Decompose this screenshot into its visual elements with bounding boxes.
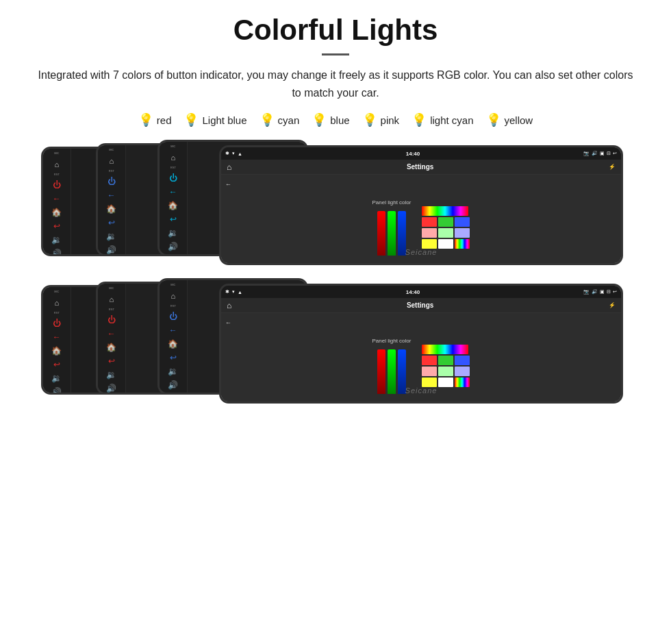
bot-home-icon-2[interactable]: ⌂ [110, 295, 114, 304]
bot-back-icon-3[interactable]: ← [169, 325, 177, 335]
bot-home-nav-icon[interactable]: ⌂ [227, 301, 231, 310]
color-label-yellow: yellow [505, 114, 533, 126]
bot-swatch-row-1 [422, 356, 470, 365]
bot-volup-icon-1[interactable]: 🔊 [51, 387, 62, 395]
bot-return-icon-1[interactable]: ↩ [53, 360, 60, 369]
bot-house-icon-1[interactable]: 🏠 [51, 346, 62, 356]
color-swatches [422, 206, 470, 249]
back-icon-2[interactable]: ← [107, 190, 116, 200]
window-icon: ⊟ [607, 151, 611, 156]
bot-rst-label-2: RST [109, 308, 114, 311]
home-nav-icon[interactable]: ⌂ [227, 162, 231, 172]
bot-back-icon-2[interactable]: ← [107, 329, 116, 338]
return-icon-3[interactable]: ↩ [170, 214, 177, 224]
status-bar-top: ✱ ▾ ▲ 14:40 📷 🔊 ▣ ⊟ ↩ [221, 147, 621, 160]
bot-home-icon-1[interactable]: ⌂ [55, 299, 60, 307]
bulb-lightcyan: 💡 [412, 112, 427, 127]
swatch-blue[interactable] [455, 217, 470, 227]
home-icon-1[interactable]: ⌂ [55, 160, 60, 169]
bot-swatch-red[interactable] [422, 356, 437, 365]
bot-swatch-green[interactable] [438, 356, 453, 365]
bot-signal-icon: ▲ [238, 290, 242, 295]
panel-label: Panel light color [372, 199, 412, 206]
power-icon-3[interactable]: ⏻ [169, 173, 177, 183]
return-icon-2[interactable]: ↩ [108, 218, 115, 227]
bulb-cyan: 💡 [259, 112, 275, 127]
bot-color-bars [377, 349, 406, 394]
bot-home-icon-3[interactable]: ⌂ [171, 292, 176, 300]
bot-return-icon-2[interactable]: ↩ [108, 356, 115, 366]
house-icon-2[interactable]: 🏠 [106, 204, 116, 214]
top-device-stack: MIC ⌂ RST ⏻ ← 🏠 ↩ 🔉 🔊 [41, 140, 630, 270]
bot-volup-icon-3[interactable]: 🔊 [168, 380, 178, 390]
back-icon-1[interactable]: ← [53, 194, 61, 203]
bot-swatch-lightblue[interactable] [455, 367, 470, 376]
bot-status-right: 📷 🔊 ▣ ⊟ ↩ [583, 289, 617, 295]
bot-power-icon-2[interactable]: ⏻ [107, 315, 116, 325]
top-device-4: ✱ ▾ ▲ 14:40 📷 🔊 ▣ ⊟ ↩ [219, 145, 623, 265]
swatch-green[interactable] [438, 217, 453, 227]
voldown-icon-3[interactable]: 🔉 [168, 228, 178, 238]
bottom-device-stack: MIC ⌂ RST ⏻ ← 🏠 ↩ 🔉 🔊 [41, 278, 630, 408]
return-icon-1[interactable]: ↩ [53, 221, 60, 231]
bottom-device-row: MIC ⌂ RST ⏻ ← 🏠 ↩ 🔉 🔊 [21, 278, 650, 408]
bot-swatch-rainbow[interactable] [422, 345, 468, 354]
settings-content: Panel light color [221, 191, 621, 263]
power-icon-2[interactable]: ⏻ [107, 177, 116, 186]
swatch-red[interactable] [422, 217, 437, 227]
swatch-lightgreen[interactable] [438, 228, 453, 238]
bot-swatch-white[interactable] [438, 377, 453, 387]
bot-house-icon-3[interactable]: 🏠 [168, 339, 178, 349]
status-right: 📷 🔊 ▣ ⊟ ↩ [583, 151, 617, 156]
volup-icon-3[interactable]: 🔊 [168, 242, 178, 251]
house-icon-1[interactable]: 🏠 [51, 208, 62, 217]
back-arrow-btn[interactable]: ← [225, 181, 231, 188]
swatch-yellow[interactable] [422, 239, 437, 249]
bot-status-left: ✱ ▾ ▲ [225, 289, 242, 295]
color-label-lightcyan: light cyan [430, 114, 473, 126]
panel-section: Panel light color [372, 199, 412, 256]
bulb-red: 💡 [138, 112, 153, 127]
volup-icon-2[interactable]: 🔊 [106, 245, 116, 255]
power-icon-1[interactable]: ⏻ [53, 180, 61, 190]
bot-voldown-icon-2[interactable]: 🔉 [106, 370, 116, 380]
house-icon-3[interactable]: 🏠 [168, 201, 178, 210]
bot-swatch-blue[interactable] [455, 356, 470, 365]
bot-voldown-icon-3[interactable]: 🔉 [168, 367, 178, 376]
color-label-blue: blue [330, 114, 349, 126]
volup-icon-1[interactable]: 🔊 [51, 249, 62, 256]
bot-back-icon-1[interactable]: ← [53, 332, 61, 342]
bot-voldown-icon-1[interactable]: 🔉 [51, 373, 62, 383]
bot-back-arrow-btn[interactable]: ← [225, 319, 231, 326]
bot-power-icon-1[interactable]: ⏻ [53, 319, 61, 328]
color-item-pink: 💡 pink [362, 112, 400, 127]
swatch-white[interactable] [438, 239, 453, 249]
bot-power-icon-3[interactable]: ⏻ [169, 312, 177, 321]
bot-swatch-yellow[interactable] [422, 377, 437, 387]
back-icon-3[interactable]: ← [169, 187, 177, 197]
swatch-rainbow[interactable] [422, 206, 468, 216]
swatch-lightblue[interactable] [455, 228, 470, 238]
swatch-pink[interactable] [422, 228, 437, 238]
bot-swatch-pink[interactable] [422, 367, 437, 376]
color-bars [377, 211, 406, 256]
home-icon-3[interactable]: ⌂ [171, 153, 176, 162]
color-label-pink: pink [381, 114, 400, 126]
bot-bar-red [377, 349, 385, 394]
swatch-rainbow-2[interactable] [455, 239, 470, 249]
bot-swatch-rainbow-2[interactable] [455, 377, 470, 387]
bot-house-icon-2[interactable]: 🏠 [106, 343, 116, 352]
page-title: Colorful Lights [21, 14, 650, 47]
voldown-icon-1[interactable]: 🔉 [51, 235, 62, 245]
mic-label-2: MIC [109, 148, 114, 151]
bot-swatch-lightgreen[interactable] [438, 367, 453, 376]
bulb-lightblue: 💡 [183, 112, 199, 127]
bulb-pink: 💡 [362, 112, 377, 127]
voldown-icon-2[interactable]: 🔉 [106, 232, 116, 241]
rst-label-2: RST [109, 169, 114, 173]
home-icon-2[interactable]: ⌂ [110, 157, 114, 165]
bot-return-icon-3[interactable]: ↩ [170, 353, 177, 362]
bot-volume-icon: 🔊 [592, 289, 598, 295]
bot-volup-icon-2[interactable]: 🔊 [106, 384, 116, 393]
bar-red [377, 211, 385, 256]
